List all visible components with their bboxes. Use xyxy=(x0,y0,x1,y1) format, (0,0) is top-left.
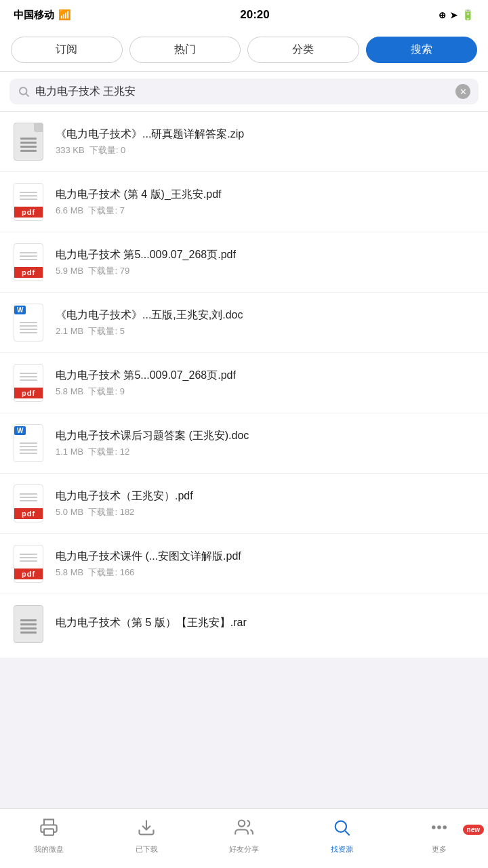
file-icon-rar xyxy=(11,604,46,644)
file-info: 《电力电子技术》...研真题详解答案.zip 333 KB 下载量: 0 xyxy=(56,127,477,157)
tab-category[interactable]: 分类 xyxy=(247,37,359,63)
friends-icon xyxy=(235,818,253,842)
svg-point-7 xyxy=(432,826,435,829)
file-name: 《电力电子技术》...五版,王兆安,刘.doc xyxy=(56,308,477,323)
file-icon-zip xyxy=(11,121,46,162)
status-bar: 中国移动 📶 20:20 ⊕ ➤ 🔋 xyxy=(0,0,488,30)
file-icon-pdf: pdf xyxy=(11,182,46,222)
file-meta: 2.1 MB 下载量: 5 xyxy=(56,325,477,337)
file-icon-pdf: pdf xyxy=(11,483,46,524)
file-meta: 5.9 MB 下载量: 79 xyxy=(56,265,477,277)
nav-label-more: 更多 xyxy=(432,844,447,854)
file-name: 电力电子技术课件 (...安图文详解版.pdf xyxy=(56,549,477,564)
file-icon-pdf: pdf xyxy=(11,543,46,584)
list-item[interactable]: pdf 电力电子技术 (第 4 版)_王兆安.pdf 6.6 MB 下载量: 7 xyxy=(0,172,488,232)
file-info: 电力电子技术 (第 4 版)_王兆安.pdf 6.6 MB 下载量: 7 xyxy=(56,187,477,217)
tab-subscribe[interactable]: 订阅 xyxy=(11,37,123,63)
nav-item-downloaded[interactable]: 已下载 xyxy=(98,818,195,860)
list-item[interactable]: pdf 电力电子技术课件 (...安图文详解版.pdf 5.8 MB 下载量: … xyxy=(0,534,488,594)
nav-item-search[interactable]: 找资源 xyxy=(293,818,390,860)
svg-point-0 xyxy=(20,87,27,95)
list-item[interactable]: pdf 电力电子技术（王兆安）.pdf 5.0 MB 下载量: 182 xyxy=(0,474,488,534)
svg-point-4 xyxy=(239,820,245,826)
download-icon xyxy=(137,818,156,842)
list-item[interactable]: pdf 电力电子技术 第5...009.07_268页.pdf 5.8 MB 下… xyxy=(0,353,488,413)
nav-label-downloaded: 已下载 xyxy=(136,844,158,854)
nav-item-more[interactable]: 更多 new xyxy=(390,818,488,860)
file-info: 电力电子技术课件 (...安图文详解版.pdf 5.8 MB 下载量: 166 xyxy=(56,549,477,579)
file-info: 电力电子技术 第5...009.07_268页.pdf 5.8 MB 下载量: … xyxy=(56,368,477,398)
cloud-icon xyxy=(39,818,58,842)
file-icon-doc: W xyxy=(11,302,46,343)
file-info: 《电力电子技术》...五版,王兆安,刘.doc 2.1 MB 下载量: 5 xyxy=(56,308,477,337)
file-meta: 5.8 MB 下载量: 9 xyxy=(56,386,477,398)
list-item[interactable]: 电力电子技术（第 5 版）【王兆安】.rar xyxy=(0,594,488,659)
svg-line-1 xyxy=(26,94,28,96)
status-time: 20:20 xyxy=(240,8,269,22)
file-meta: 5.8 MB 下载量: 166 xyxy=(56,566,477,579)
file-meta: 5.0 MB 下载量: 182 xyxy=(56,506,477,518)
svg-rect-2 xyxy=(44,829,54,835)
direction-icon: ➤ xyxy=(450,10,458,20)
file-name: 电力电子技术 第5...009.07_268页.pdf xyxy=(56,368,477,383)
file-name: 《电力电子技术》...研真题详解答案.zip xyxy=(56,127,477,142)
file-list: 《电力电子技术》...研真题详解答案.zip 333 KB 下载量: 0 pdf… xyxy=(0,112,488,659)
search-icon xyxy=(18,85,30,98)
file-name: 电力电子技术（王兆安）.pdf xyxy=(56,489,477,503)
carrier-label: 中国移动 xyxy=(14,9,54,22)
svg-line-6 xyxy=(345,831,349,835)
svg-point-8 xyxy=(438,826,441,829)
search-clear-button[interactable]: ✕ xyxy=(455,84,470,99)
more-icon xyxy=(430,818,449,842)
tab-popular[interactable]: 热门 xyxy=(129,37,241,63)
new-badge: new xyxy=(463,825,484,835)
search-input-wrap: ✕ xyxy=(9,79,479,104)
nav-item-friends[interactable]: 好友分享 xyxy=(195,818,293,860)
file-info: 电力电子技术（第 5 版）【王兆安】.rar xyxy=(56,615,477,633)
bottom-nav: 我的微盘 已下载 好友分享 xyxy=(0,808,488,868)
file-name: 电力电子技术课后习题答案 (王兆安).doc xyxy=(56,428,477,443)
location-icon: ⊕ xyxy=(439,10,446,20)
file-name: 电力电子技术 第5...009.07_268页.pdf xyxy=(56,247,477,262)
tab-search[interactable]: 搜索 xyxy=(366,37,478,63)
file-info: 电力电子技术 第5...009.07_268页.pdf 5.9 MB 下载量: … xyxy=(56,247,477,277)
file-icon-doc: W xyxy=(11,423,46,463)
svg-point-5 xyxy=(336,821,346,831)
nav-label-friends: 好友分享 xyxy=(229,844,259,854)
file-icon-pdf: pdf xyxy=(11,363,46,403)
status-right: ⊕ ➤ 🔋 xyxy=(439,9,474,21)
list-item[interactable]: pdf 电力电子技术 第5...009.07_268页.pdf 5.9 MB 下… xyxy=(0,232,488,293)
file-meta: 1.1 MB 下载量: 12 xyxy=(56,446,477,458)
list-item[interactable]: W 《电力电子技术》...五版,王兆安,刘.doc 2.1 MB 下载量: 5 xyxy=(0,293,488,353)
list-item[interactable]: 《电力电子技术》...研真题详解答案.zip 333 KB 下载量: 0 xyxy=(0,112,488,172)
search-input[interactable] xyxy=(35,85,450,98)
battery-icon: 🔋 xyxy=(462,9,474,21)
list-item[interactable]: W 电力电子技术课后习题答案 (王兆安).doc 1.1 MB 下载量: 12 xyxy=(0,413,488,474)
svg-point-9 xyxy=(443,826,446,829)
nav-item-mycloud[interactable]: 我的微盘 xyxy=(0,818,98,860)
wifi-icon: 📶 xyxy=(58,9,71,21)
file-name: 电力电子技术（第 5 版）【王兆安】.rar xyxy=(56,615,477,630)
nav-label-search: 找资源 xyxy=(331,844,353,854)
file-info: 电力电子技术课后习题答案 (王兆安).doc 1.1 MB 下载量: 12 xyxy=(56,428,477,458)
file-meta: 6.6 MB 下载量: 7 xyxy=(56,205,477,217)
top-tabs: 订阅 热门 分类 搜索 xyxy=(0,30,488,72)
file-name: 电力电子技术 (第 4 版)_王兆安.pdf xyxy=(56,187,477,202)
file-info: 电力电子技术（王兆安）.pdf 5.0 MB 下载量: 182 xyxy=(56,489,477,518)
file-icon-pdf: pdf xyxy=(11,242,46,283)
file-meta: 333 KB 下载量: 0 xyxy=(56,144,477,157)
nav-label-mycloud: 我的微盘 xyxy=(34,844,64,854)
status-left: 中国移动 📶 xyxy=(14,9,71,22)
search-nav-icon xyxy=(332,818,351,842)
search-bar: ✕ xyxy=(0,72,488,112)
